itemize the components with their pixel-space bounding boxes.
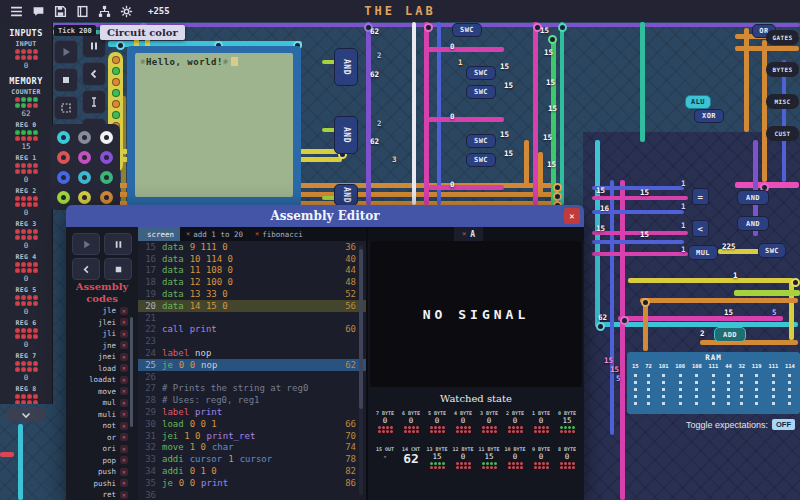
color-swatch[interactable] (78, 151, 91, 164)
circuit-component[interactable]: SWC (466, 85, 496, 99)
opcode-item[interactable]: jli ✕ (66, 328, 138, 340)
select-tool-button[interactable] (54, 96, 78, 120)
remove-opcode-icon[interactable]: ✕ (120, 445, 128, 453)
wire[interactable] (0, 452, 14, 457)
wire[interactable] (428, 117, 504, 122)
circuit-component[interactable]: AND (737, 190, 769, 205)
circuit-component[interactable]: AND (334, 116, 358, 154)
wire-junction[interactable] (791, 278, 800, 287)
circuit-component[interactable]: MUL (688, 245, 718, 260)
code-scrollbar-thumb[interactable] (359, 249, 363, 409)
close-tab-icon[interactable]: ✕ (186, 230, 190, 238)
wire-junction[interactable] (641, 298, 650, 307)
wire[interactable] (643, 303, 648, 351)
led-grid[interactable] (13, 49, 39, 60)
wire[interactable] (640, 22, 645, 142)
code-line[interactable]: 16 data10 114 0 40 (138, 253, 366, 265)
wire[interactable] (762, 40, 767, 182)
remove-opcode-icon[interactable]: ✕ (120, 341, 128, 349)
editor-tab[interactable]: screen (138, 227, 180, 241)
editor-pause-button[interactable] (104, 233, 132, 255)
component-category-tab[interactable]: CUST (766, 126, 799, 141)
wire[interactable] (592, 186, 684, 190)
opcode-item[interactable]: not ✕ (66, 420, 138, 432)
editor-tab[interactable]: ✕ add 1 to 20 (180, 227, 249, 241)
opcode-item[interactable]: mul ✕ (66, 397, 138, 409)
led[interactable] (21, 49, 26, 54)
editor-tab[interactable]: ✕ fibonacci (249, 227, 309, 241)
code-line[interactable]: 34 addi0 1 0 82 (138, 465, 366, 477)
wire-junction[interactable] (596, 322, 605, 331)
wire[interactable] (610, 180, 614, 435)
code-line[interactable]: 32 move1 0char 74 (138, 442, 366, 454)
led[interactable] (27, 55, 32, 60)
text-tool-button[interactable] (82, 90, 106, 114)
wire-junction[interactable] (116, 41, 125, 50)
editor-play-button[interactable] (72, 233, 100, 255)
code-line[interactable]: 33 addicursor1cursor 78 (138, 453, 366, 465)
close-icon[interactable]: ✕ (564, 208, 580, 224)
circuit-component[interactable]: ALU (685, 95, 711, 109)
code-line[interactable]: 18 data12 100 0 48 (138, 276, 366, 288)
code-line[interactable]: 20 data14 15 0 56 (138, 300, 366, 312)
color-swatch[interactable] (78, 171, 91, 184)
circuit-component[interactable]: = (692, 188, 709, 205)
wire-junction[interactable] (553, 183, 562, 192)
code-line[interactable]: 22 callprint 60 (138, 324, 366, 336)
circuit-component[interactable]: SWC (452, 23, 482, 37)
lcd-screen-component[interactable]: ☼Hello, world!☼ (127, 46, 301, 207)
code-line[interactable]: 19 data13 33 0 52 (138, 288, 366, 300)
opcode-item[interactable]: pushi ✕ (66, 478, 138, 490)
wire[interactable] (789, 278, 794, 340)
wire[interactable] (744, 28, 749, 132)
wire[interactable] (538, 152, 543, 196)
color-swatch[interactable] (78, 131, 91, 144)
wire[interactable] (700, 340, 798, 345)
opcode-item[interactable]: jlei ✕ (66, 317, 138, 329)
circuit-component[interactable]: AND (334, 48, 358, 86)
color-swatch[interactable] (100, 171, 113, 184)
color-swatch[interactable] (100, 191, 113, 204)
circuit-component[interactable]: SWC (466, 153, 496, 167)
remove-opcode-icon[interactable]: ✕ (120, 387, 128, 395)
color-swatch[interactable] (57, 131, 70, 144)
opcode-item[interactable]: ori ✕ (66, 443, 138, 455)
editor-step-back-button[interactable] (72, 258, 100, 280)
remove-opcode-icon[interactable]: ✕ (120, 433, 128, 441)
code-editor[interactable]: 15 data9 111 0 36 16 data10 114 0 40 17 … (138, 241, 366, 500)
code-line[interactable]: 28 # Uses: reg0, reg1 (138, 394, 366, 406)
wire[interactable] (533, 22, 538, 205)
remove-opcode-icon[interactable]: ✕ (120, 399, 128, 407)
remove-opcode-icon[interactable]: ✕ (120, 422, 128, 430)
circuit-component[interactable]: AND (737, 216, 769, 231)
remove-opcode-icon[interactable]: ✕ (120, 410, 128, 418)
stop-button[interactable] (54, 68, 78, 92)
opcode-item[interactable]: muli ✕ (66, 409, 138, 421)
wire[interactable] (366, 22, 371, 205)
wire[interactable] (428, 185, 504, 190)
step-back-button[interactable] (82, 62, 106, 86)
code-line[interactable]: 35 je0 0print 86 (138, 477, 366, 489)
remove-opcode-icon[interactable]: ✕ (120, 318, 128, 326)
led[interactable] (33, 49, 38, 54)
code-line[interactable]: 31 jei1 0print_ret 70 (138, 430, 366, 442)
circuit-component[interactable]: ADD (714, 327, 746, 342)
remove-opcode-icon[interactable]: ✕ (120, 307, 128, 315)
code-line[interactable]: 29 labelprint (138, 406, 366, 418)
wire[interactable] (592, 240, 684, 244)
code-line[interactable]: 21 (138, 312, 366, 324)
opcode-item[interactable]: pop ✕ (66, 455, 138, 467)
opcode-item[interactable]: move ✕ (66, 386, 138, 398)
led[interactable] (33, 55, 38, 60)
code-line[interactable]: 26 (138, 371, 366, 383)
color-swatch[interactable] (57, 171, 70, 184)
wire[interactable] (734, 290, 800, 296)
code-line[interactable]: 23 (138, 335, 366, 347)
opcode-item[interactable]: jnei ✕ (66, 351, 138, 363)
wire[interactable] (412, 22, 416, 205)
circuit-component[interactable]: AND (334, 184, 358, 206)
play-button[interactable] (54, 40, 78, 64)
code-line[interactable]: 36 (138, 489, 366, 500)
opcode-item[interactable]: load ✕ (66, 363, 138, 375)
close-tab-icon[interactable]: ✕ (462, 230, 466, 238)
